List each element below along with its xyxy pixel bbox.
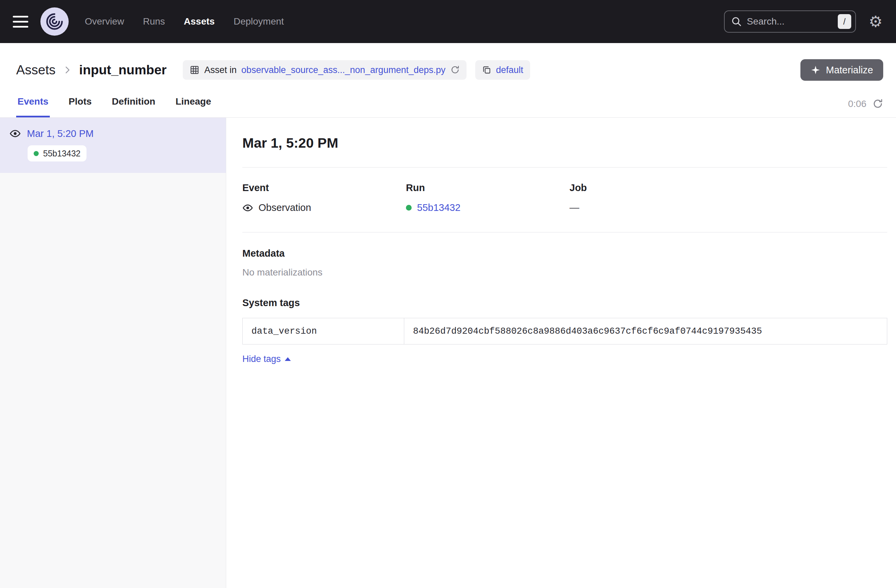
event-run-id: 55b13432 bbox=[43, 149, 81, 158]
event-column: Event Observation bbox=[242, 182, 406, 213]
system-tags-heading: System tags bbox=[242, 297, 887, 308]
tab-lineage[interactable]: Lineage bbox=[174, 96, 212, 117]
event-detail-title: Mar 1, 5:20 PM bbox=[242, 135, 887, 151]
job-column-header: Job bbox=[570, 182, 733, 193]
event-list-item[interactable]: Mar 1, 5:20 PM 55b13432 bbox=[0, 118, 226, 173]
settings-gear-icon[interactable]: ⚙ bbox=[869, 14, 882, 29]
reload-icon[interactable] bbox=[450, 65, 460, 75]
asset-definition-pill[interactable]: Asset in observable_source_ass..._non_ar… bbox=[183, 60, 466, 80]
nav-item-deployment[interactable]: Deployment bbox=[233, 16, 284, 27]
event-detail-panel: Mar 1, 5:20 PM Event Observation Run 55b… bbox=[226, 118, 896, 588]
refresh-icon[interactable] bbox=[872, 99, 883, 109]
tag-value-cell: 84b26d7d9204cbf588026c8a9886d403a6c9637c… bbox=[404, 318, 887, 345]
tab-events[interactable]: Events bbox=[16, 96, 50, 117]
system-tags-table: data_version 84b26d7d9204cbf588026c8a988… bbox=[242, 318, 887, 345]
menu-icon[interactable] bbox=[13, 16, 28, 27]
dagster-logo-icon[interactable] bbox=[40, 8, 69, 36]
primary-nav: Overview Runs Assets Deployment bbox=[85, 16, 284, 27]
hide-tags-link[interactable]: Hide tags bbox=[242, 354, 291, 364]
divider bbox=[242, 167, 887, 167]
run-status-dot bbox=[406, 205, 411, 211]
job-column: Job — bbox=[570, 182, 733, 213]
materialize-button[interactable]: Materialize bbox=[800, 59, 883, 81]
event-type-label: Observation bbox=[259, 202, 311, 213]
eye-icon bbox=[242, 202, 253, 213]
search-input[interactable] bbox=[747, 16, 833, 27]
sparkle-icon bbox=[811, 65, 821, 75]
asset-pill-prefix: Asset in bbox=[204, 65, 237, 75]
eye-icon bbox=[9, 128, 21, 139]
job-column-value: — bbox=[570, 202, 733, 213]
tab-plots[interactable]: Plots bbox=[67, 96, 93, 117]
asset-group-pill[interactable]: default bbox=[475, 60, 530, 80]
refresh-timer: 0:06 bbox=[848, 99, 867, 109]
run-id-link[interactable]: 55b13432 bbox=[417, 202, 460, 213]
event-column-value: Observation bbox=[242, 202, 406, 213]
search-box[interactable]: / bbox=[724, 11, 856, 33]
table-row: data_version 84b26d7d9204cbf588026c8a988… bbox=[243, 318, 887, 345]
event-date-label: Mar 1, 5:20 PM bbox=[27, 128, 94, 139]
divider bbox=[242, 232, 887, 232]
nav-item-runs[interactable]: Runs bbox=[143, 16, 165, 27]
topnav-right: / ⚙ bbox=[724, 11, 882, 33]
tag-key-cell: data_version bbox=[243, 318, 404, 345]
event-summary-columns: Event Observation Run 55b13432 Job bbox=[242, 182, 887, 213]
run-column-header: Run bbox=[406, 182, 570, 193]
nav-item-overview[interactable]: Overview bbox=[85, 16, 124, 27]
metadata-empty-text: No materializations bbox=[242, 267, 887, 278]
materialize-label: Materialize bbox=[826, 65, 873, 76]
metadata-heading: Metadata bbox=[242, 248, 887, 259]
search-icon bbox=[731, 16, 742, 27]
group-default-link[interactable]: default bbox=[496, 65, 523, 75]
asset-file-link[interactable]: observable_source_ass..._non_argument_de… bbox=[241, 65, 445, 75]
event-column-header: Event bbox=[242, 182, 406, 193]
tabs-bar: Events Plots Definition Lineage 0:06 bbox=[0, 81, 896, 118]
top-nav: Overview Runs Assets Deployment / ⚙ bbox=[0, 0, 896, 43]
event-list-sidebar: Mar 1, 5:20 PM 55b13432 bbox=[0, 118, 226, 588]
breadcrumb-assets-link[interactable]: Assets bbox=[16, 62, 56, 77]
hide-tags-label: Hide tags bbox=[242, 354, 281, 364]
run-column-value: 55b13432 bbox=[406, 202, 570, 213]
page-title: input_number bbox=[79, 62, 167, 77]
run-column: Run 55b13432 bbox=[406, 182, 570, 213]
tab-definition[interactable]: Definition bbox=[110, 96, 157, 117]
event-date-row: Mar 1, 5:20 PM bbox=[9, 128, 216, 139]
breadcrumb-row: Assets input_number Asset in observable_… bbox=[0, 43, 896, 81]
copy-icon bbox=[482, 65, 491, 75]
nav-item-assets[interactable]: Assets bbox=[184, 16, 215, 27]
event-run-badge: 55b13432 bbox=[27, 145, 87, 161]
refresh-area: 0:06 bbox=[848, 99, 884, 117]
content-area: Mar 1, 5:20 PM 55b13432 Mar 1, 5:20 PM E… bbox=[0, 118, 896, 588]
chevron-right-icon bbox=[62, 65, 72, 75]
caret-up-icon bbox=[285, 357, 291, 361]
search-shortcut-key: / bbox=[838, 14, 851, 29]
grid-icon bbox=[189, 65, 200, 75]
run-status-dot bbox=[34, 151, 39, 156]
